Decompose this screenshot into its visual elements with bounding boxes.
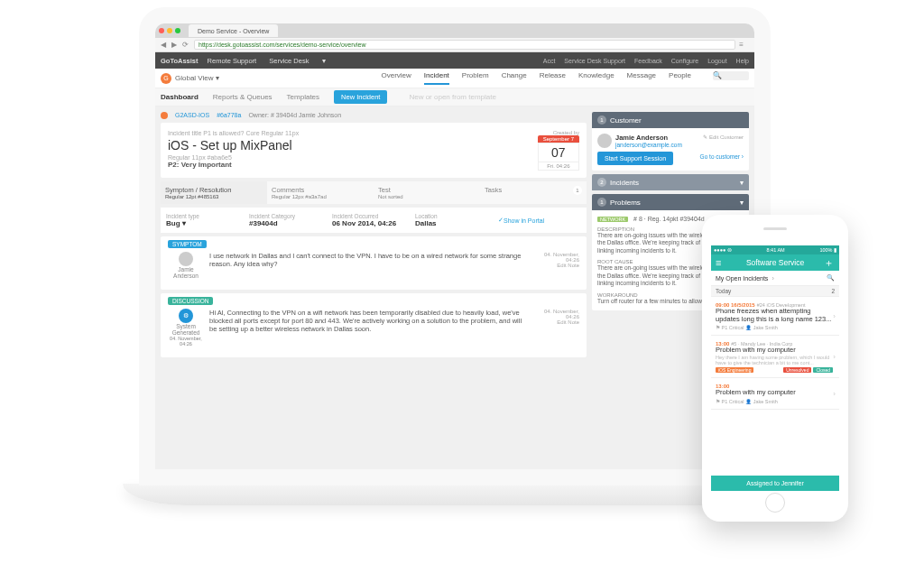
url-field[interactable]: https://desk.gotoassist.com/services/dem… <box>194 40 735 50</box>
crumb-owner: Owner: # 39404d Jamie Johnson <box>248 112 341 119</box>
today-header: Today2 <box>711 286 839 297</box>
nav-back-icon[interactable]: ◀ <box>161 41 166 49</box>
customer-email[interactable]: janderson@example.com <box>615 142 682 148</box>
chevron-right-icon: › <box>833 312 836 320</box>
tab-incident[interactable]: Incident <box>424 71 449 85</box>
org-avatar: G <box>161 73 171 84</box>
edit-note-link[interactable]: Edit Note <box>534 263 579 268</box>
configure-link[interactable]: Configure <box>671 58 698 64</box>
incidents-panel[interactable]: 2Incidents▾ <box>592 174 749 190</box>
list-item[interactable]: 13:00 #5 · Mandy Lee · India Corp Proble… <box>711 336 839 378</box>
gear-icon: ⚙ <box>179 309 193 323</box>
chevron-right-icon: › <box>833 389 836 397</box>
laptop-frame: Demo Service - Overview ◀ ▶ ⟳ https://de… <box>123 7 787 531</box>
symptom-badge: SYMPTOM <box>168 240 207 248</box>
incident-title: iOS - Set up MixPanel <box>168 138 579 153</box>
acct-link[interactable]: Acct <box>543 58 556 64</box>
customer-name: Jamie Anderson <box>615 134 682 142</box>
edit-customer-link[interactable]: ✎ Edit Customer <box>703 134 744 140</box>
tab-problem[interactable]: Problem <box>462 71 489 85</box>
breadcrumbs: G2ASD-IOS #6a778a Owner: # 39404d Jamie … <box>161 112 587 119</box>
discussion-badge: DISCUSSION <box>168 297 213 305</box>
nav-tabs: Overview Incident Problem Change Release… <box>381 71 749 85</box>
tab-knowledge[interactable]: Knowledge <box>578 71 614 85</box>
chevron-down-icon[interactable]: ▾ <box>740 199 744 207</box>
toolbar: Dashboard Reports & Queues Templates New… <box>155 88 754 106</box>
list-item[interactable]: 13:00 Problem with my computer ⚑ P1 Crit… <box>711 378 839 410</box>
tab-overview[interactable]: Overview <box>381 71 411 85</box>
incident-type[interactable]: Bug ▾ <box>166 219 249 227</box>
phone-appbar: ≡ Software Service ＋ <box>711 254 839 271</box>
phone-filter[interactable]: My Open Incidents› 🔍 <box>711 271 839 286</box>
chevron-down-icon: ▾ <box>740 179 744 187</box>
problem-tag: NETWORK <box>597 217 628 222</box>
incident-subtitle: Regular 11px #aba6e5 <box>168 154 579 161</box>
search-icon[interactable]: 🔍 <box>827 274 835 282</box>
incident-breadcrumb: Incident title P1 is allowed? Core Regul… <box>168 130 579 136</box>
phone-frame: ●●●● ⊚8:41 AM100% ▮ ≡ Software Service ＋… <box>702 215 848 522</box>
menu-remote-support[interactable]: Remote Support <box>208 57 257 65</box>
logout-link[interactable]: Logout <box>707 58 726 64</box>
nav-fwd-icon[interactable]: ▶ <box>171 41 177 49</box>
help-link[interactable]: Help <box>736 58 749 64</box>
hamburger-icon[interactable]: ≡ <box>716 257 726 268</box>
search-input[interactable]: 🔍 <box>713 71 749 80</box>
phone-statusbar: ●●●● ⊚8:41 AM100% ▮ <box>711 245 839 254</box>
goto-customer-link[interactable]: Go to customer › <box>700 153 744 160</box>
tab-release[interactable]: Release <box>540 71 566 85</box>
tab-people[interactable]: People <box>669 71 691 85</box>
incident-header-card: Created by September 7 07 Fri. 04:26 Inc… <box>161 123 587 178</box>
list-item[interactable]: 09:00 16/5/2015 #24 iOS Development Phon… <box>711 297 839 336</box>
org-picker[interactable]: Global View ▾ <box>175 74 219 82</box>
discussion-text: Hi Al, Connecting to the VPN on a wifi n… <box>209 309 529 347</box>
browser-tabbar: Demo Service - Overview <box>155 23 754 38</box>
phone-title: Software Service <box>726 258 824 267</box>
toolbar-templates[interactable]: Templates <box>287 93 319 101</box>
start-session-button[interactable]: Start Support Session <box>597 152 673 165</box>
tab-tasks[interactable]: Tasks 1 <box>480 181 587 204</box>
date-badge: Created by September 7 07 Fri. 04:26 <box>538 130 579 171</box>
assign-bar[interactable]: Assigned to Jennifer <box>711 476 839 491</box>
avatar <box>179 252 193 266</box>
toolbar-dashboard[interactable]: Dashboard <box>161 93 199 101</box>
detail-tabs: Symptom / Resolution Regular 12pt #48516… <box>161 181 587 204</box>
nav-reload-icon[interactable]: ⟳ <box>182 41 189 49</box>
app-topbar: GoToAssist Remote Support Service Desk ▾… <box>155 52 754 69</box>
chevron-right-icon: › <box>833 353 836 361</box>
incident-meta: Incident typeBug ▾ Incident Category#394… <box>161 208 587 233</box>
edit-note-link[interactable]: Edit Note <box>534 319 579 325</box>
support-link[interactable]: Service Desk Support <box>564 58 625 64</box>
symptom-section: SYMPTOM Jamie Anderson I use network in … <box>161 236 587 290</box>
feedback-link[interactable]: Feedback <box>634 58 662 64</box>
incident-priority: P2: Very Important <box>168 161 579 169</box>
toolbar-reports[interactable]: Reports & Queues <box>213 93 273 101</box>
discussion-section: DISCUSSION ⚙ System Generated 04. Novemb… <box>161 293 587 357</box>
customer-avatar <box>597 134 612 148</box>
chevron-right-icon: › <box>772 275 773 282</box>
new-incident-button[interactable]: New Incident <box>334 90 387 104</box>
tab-change[interactable]: Change <box>502 71 527 85</box>
crumb-id[interactable]: #6a778a <box>217 112 241 119</box>
tab-test[interactable]: Test Not sorted <box>374 181 480 204</box>
browser-urlbar: ◀ ▶ ⟳ https://desk.gotoassist.com/servic… <box>155 38 754 52</box>
show-in-portal[interactable]: ✓ Show in Portal <box>498 213 581 227</box>
tab-comments[interactable]: Comments Regular 12px #a3a7ad <box>267 181 374 204</box>
tab-symptom[interactable]: Symptom / Resolution Regular 12pt #48516… <box>161 181 267 204</box>
customer-panel: 1Customer ✎ Edit Customer Jamie Anderson… <box>592 112 749 171</box>
toolbar-hint: New or open from template <box>409 93 496 101</box>
brand-logo: GoToAssist <box>161 57 199 65</box>
symptom-text: I use network in Dallas and I can't conn… <box>209 252 529 279</box>
browser-tab[interactable]: Demo Service - Overview <box>189 24 278 37</box>
crumb-project[interactable]: G2ASD-IOS <box>175 112 209 119</box>
subheader: G Global View ▾ Overview Incident Proble… <box>155 69 754 88</box>
browser-window: Demo Service - Overview ◀ ▶ ⟳ https://de… <box>155 23 754 469</box>
window-controls[interactable] <box>159 27 183 35</box>
tab-message[interactable]: Message <box>627 71 656 85</box>
browser-menu-icon[interactable]: ≡ <box>739 41 744 49</box>
add-icon[interactable]: ＋ <box>824 256 835 270</box>
menu-service-desk[interactable]: Service Desk ▾ <box>269 57 325 65</box>
